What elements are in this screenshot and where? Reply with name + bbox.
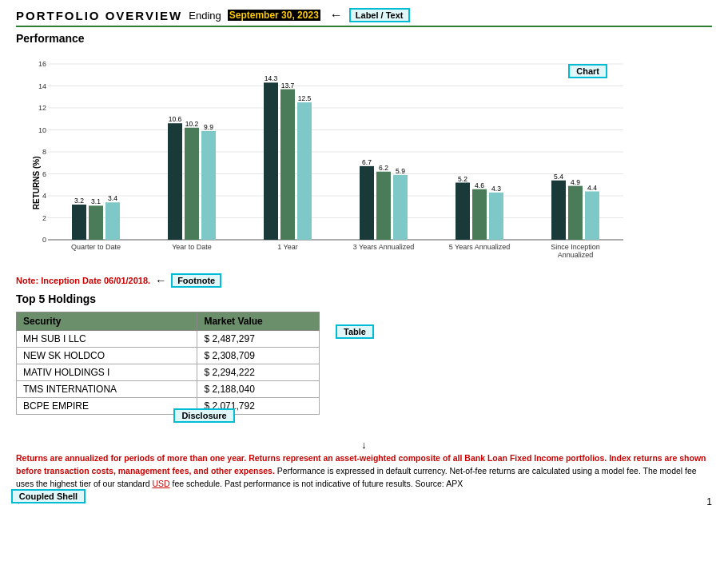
page: PORTFOLIO OVERVIEW Ending September 30, … (0, 0, 728, 577)
svg-text:Quarter to Date: Quarter to Date (71, 243, 121, 251)
svg-text:12: 12 (38, 104, 46, 112)
disclosure-section: Disclosure ↓ Returns are annualized for … (16, 423, 712, 490)
svg-text:8: 8 (42, 148, 46, 156)
svg-rect-49 (472, 189, 487, 240)
svg-text:6.2: 6.2 (379, 164, 388, 172)
chart-badge: Chart (568, 64, 607, 78)
svg-rect-54 (551, 181, 566, 240)
table-cell: TMS INTERNATIONA (17, 381, 197, 398)
svg-rect-33 (264, 82, 278, 240)
svg-text:3.1: 3.1 (91, 197, 101, 205)
table-badge: Table (336, 324, 374, 339)
svg-text:Since Inception: Since Inception (551, 243, 600, 251)
col-security: Security (17, 312, 197, 331)
footnote-badge: Footnote (171, 273, 221, 288)
svg-text:2: 2 (42, 214, 46, 222)
svg-text:4.6: 4.6 (475, 181, 484, 189)
holdings-title: Top 5 Holdings (16, 292, 712, 305)
svg-text:5.9: 5.9 (396, 167, 405, 175)
svg-rect-21 (89, 205, 103, 240)
coupled-shell-badge: Coupled Shell (11, 489, 86, 503)
svg-text:3.2: 3.2 (74, 197, 84, 205)
table-cell: $ 2,294,222 (197, 364, 320, 381)
table-cell: $ 2,188,040 (197, 381, 320, 398)
footnote-arrow-icon: ← (155, 274, 166, 287)
svg-text:1 Year: 1 Year (277, 243, 298, 251)
holdings-section: Top 5 Holdings Security Market Value MH … (16, 292, 712, 415)
table-cell: MH SUB I LLC (17, 331, 197, 348)
svg-rect-28 (185, 128, 199, 240)
table-cell: NEW SK HOLDCO (17, 348, 197, 364)
svg-rect-42 (376, 172, 391, 240)
svg-text:6.7: 6.7 (362, 158, 372, 166)
svg-text:4.4: 4.4 (587, 184, 597, 192)
svg-text:10.2: 10.2 (185, 120, 199, 128)
label-text-badge: Label / Text (349, 8, 410, 22)
svg-rect-35 (280, 90, 295, 240)
header-date: September 30, 2023 (228, 10, 320, 21)
svg-text:5 Years Annualized: 5 Years Annualized (449, 243, 511, 251)
svg-text:3 Years Annualized: 3 Years Annualized (353, 243, 415, 251)
footnote-row: Note: Inception Date 06/01/2018. ← Footn… (16, 273, 712, 288)
portfolio-title: PORTFOLIO OVERVIEW (16, 9, 182, 22)
svg-text:14: 14 (38, 82, 46, 90)
col-market-value: Market Value (197, 312, 320, 331)
svg-rect-23 (105, 202, 120, 240)
performance-section: Performance RETURNS (%) 02468101214163.2… (16, 32, 712, 272)
svg-rect-19 (72, 205, 86, 240)
svg-text:3.4: 3.4 (108, 194, 117, 202)
arrow-right-icon: ← (330, 8, 343, 22)
table-cell: MATIV HOLDINGS I (17, 364, 197, 381)
footnote-text: Note: Inception Date 06/01/2018. (16, 276, 150, 285)
table-cell: $ 2,487,297 (197, 331, 320, 348)
svg-text:12.5: 12.5 (298, 94, 312, 102)
holdings-table: Security Market Value MH SUB I LLC$ 2,48… (16, 312, 320, 415)
header: PORTFOLIO OVERVIEW Ending September 30, … (16, 8, 712, 27)
svg-rect-56 (568, 186, 583, 240)
ending-label: Ending (189, 10, 221, 22)
svg-text:10: 10 (38, 126, 46, 134)
page-number: 1 (706, 496, 712, 507)
performance-chart: 02468101214163.23.13.4Quarter to Date10.… (32, 48, 639, 272)
chart-area: 02468101214163.23.13.4Quarter to Date10.… (32, 48, 639, 272)
performance-title: Performance (16, 32, 712, 45)
svg-rect-30 (201, 131, 216, 240)
svg-text:4: 4 (42, 192, 46, 200)
svg-rect-47 (455, 183, 470, 241)
svg-text:13.7: 13.7 (281, 82, 295, 90)
svg-text:0: 0 (42, 236, 46, 244)
svg-rect-51 (489, 193, 503, 240)
svg-text:9.9: 9.9 (204, 123, 213, 131)
svg-text:14.3: 14.3 (265, 74, 278, 82)
disclosure-text: Returns are annualized for periods of mo… (16, 452, 712, 490)
svg-rect-37 (297, 102, 312, 240)
svg-text:4.3: 4.3 (491, 185, 501, 193)
svg-text:Year to Date: Year to Date (172, 243, 212, 251)
svg-rect-44 (393, 175, 408, 240)
svg-text:6: 6 (42, 170, 46, 178)
svg-text:4.9: 4.9 (571, 178, 580, 186)
svg-text:Annualized: Annualized (558, 251, 594, 259)
holdings-row: Security Market Value MH SUB I LLC$ 2,48… (16, 308, 712, 415)
disclosure-badge: Disclosure (173, 408, 234, 423)
coupled-shell-row: ↑ Coupled Shell 1 (16, 493, 712, 507)
svg-rect-26 (168, 123, 182, 240)
svg-text:16: 16 (38, 60, 46, 68)
table-cell: BCPE EMPIRE (17, 398, 197, 415)
table-cell: $ 2,308,709 (197, 348, 320, 364)
svg-text:5.2: 5.2 (458, 175, 467, 183)
svg-text:5.4: 5.4 (554, 173, 563, 181)
svg-rect-40 (360, 166, 374, 240)
svg-text:10.6: 10.6 (169, 115, 182, 123)
svg-rect-58 (585, 192, 599, 241)
